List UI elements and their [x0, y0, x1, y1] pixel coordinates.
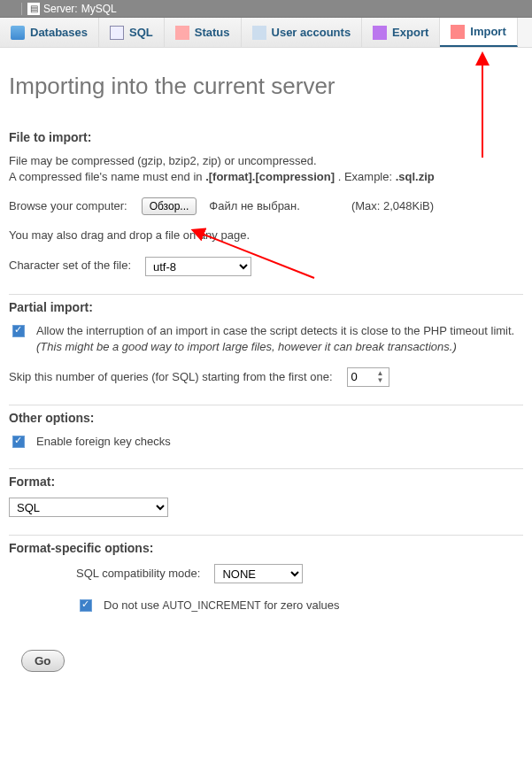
page-title: Importing into the current server [9, 73, 523, 100]
go-button[interactable]: Go [21, 650, 65, 672]
section-file: File to import: [9, 130, 523, 144]
tab-import-label: Import [470, 25, 505, 38]
tab-sql-label: SQL [129, 26, 153, 39]
allow-interruption-checkbox[interactable] [12, 325, 25, 337]
nai-a: Do not use [104, 598, 163, 612]
section-format: Format: [9, 468, 523, 489]
section-partial: Partial import: [9, 294, 523, 314]
tab-user-accounts[interactable]: User accounts [242, 18, 363, 47]
tab-import[interactable]: Import [440, 18, 517, 47]
cn2d: .sql.zip [396, 170, 435, 183]
nai-b: for zero values [264, 598, 339, 612]
sql-compat-label: SQL compatibility mode: [76, 566, 200, 582]
sql-compat-select[interactable]: NONE [214, 564, 303, 583]
server-label: Server: [43, 3, 78, 15]
charset-label: Character set of the file: [9, 258, 131, 274]
allow-interruption-label: Allow the interruption of an import in c… [36, 323, 523, 355]
section-format-specific: Format-specific options: [9, 535, 523, 555]
drag-drop-note: You may also drag and drop a file on any… [9, 228, 523, 243]
cn2c: . Example: [338, 170, 396, 183]
users-icon [252, 26, 266, 40]
charset-select[interactable]: utf-8 [145, 257, 251, 276]
tab-export[interactable]: Export [362, 18, 440, 47]
skip-queries-label: Skip this number of queries (for SQL) st… [9, 369, 333, 385]
foreign-key-checkbox[interactable] [12, 436, 25, 448]
databases-icon [11, 26, 25, 40]
number-spinner-icon[interactable]: ▲▼ [377, 369, 388, 385]
nai-code: AUTO_INCREMENT [163, 599, 261, 612]
tab-status-label: Status [195, 26, 230, 39]
max-size-note: (Max: 2,048KiB) [351, 198, 434, 214]
no-autoincrement-checkbox[interactable] [80, 599, 92, 612]
browse-label: Browse your computer: [9, 198, 127, 214]
browse-button[interactable]: Обзор... [142, 197, 197, 215]
top-tabs: Databases SQL Status User accounts Expor… [0, 18, 532, 48]
compress-note-1: File may be compressed (gzip, bzip2, zip… [9, 153, 523, 169]
titlebar-separator [21, 3, 22, 15]
allow-label-a: Allow the interruption of an import in c… [36, 324, 514, 337]
server-icon: ▤ [27, 3, 40, 15]
tab-databases[interactable]: Databases [0, 18, 99, 47]
tab-users-label: User accounts [272, 26, 351, 39]
no-file-selected: Файл не выбран. [209, 198, 300, 214]
server-titlebar: ▤ Server: MySQL [0, 0, 532, 18]
cn2a: A compressed file's name must end in [9, 170, 205, 183]
no-autoincrement-label: Do not use AUTO_INCREMENT for zero value… [104, 598, 340, 614]
format-select[interactable]: SQL [9, 498, 168, 517]
tab-databases-label: Databases [30, 26, 88, 39]
export-icon [373, 26, 387, 40]
status-icon [175, 26, 189, 40]
main-content: Importing into the current server File t… [0, 48, 532, 690]
tab-export-label: Export [392, 26, 428, 39]
compress-note-2: A compressed file's name must end in .[f… [9, 169, 523, 185]
cn2b: .[format].[compression] [205, 170, 335, 183]
sql-icon [110, 26, 124, 40]
server-name: MySQL [81, 3, 117, 15]
tab-status[interactable]: Status [165, 18, 242, 47]
import-icon [451, 25, 465, 39]
section-other: Other options: [9, 405, 523, 425]
allow-label-em: (This might be a good way to import larg… [36, 340, 457, 353]
tab-sql[interactable]: SQL [99, 18, 165, 47]
foreign-key-label: Enable foreign key checks [36, 434, 171, 450]
